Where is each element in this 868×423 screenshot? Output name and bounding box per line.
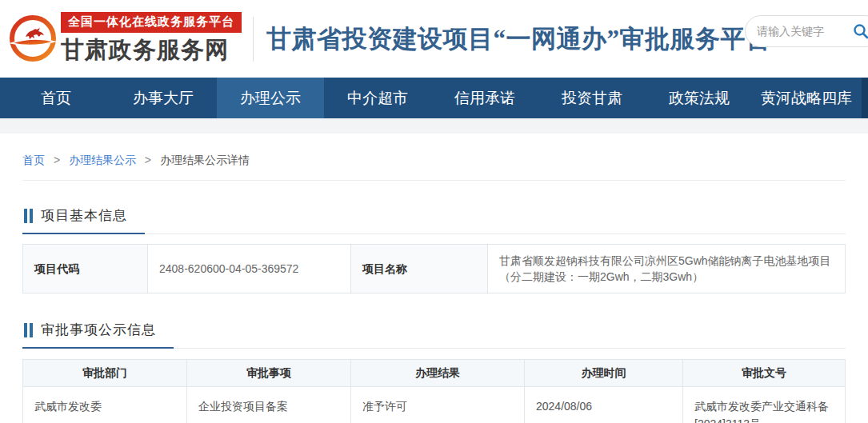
breadcrumb-current: 办理结果公示详情 (160, 154, 250, 166)
project-name-label: 项目名称 (351, 245, 488, 293)
approval-info-table: 审批部门 审批事项 办理结果 办理时间 审批文号 武威市发改委 企业投资项目备案… (22, 359, 846, 423)
nav-item-yellow-river[interactable]: 黄河战略四库 (753, 78, 860, 118)
nav-item-publicity[interactable]: 办理公示 (217, 78, 324, 118)
basic-info-table: 项目代码 2408-620600-04-05-369572 项目名称 甘肃省顺发… (22, 244, 846, 293)
header-divider (253, 17, 254, 62)
nav-item-credit[interactable]: 信用承诺 (431, 78, 538, 118)
cell-approval-doc-number: 武威市发改委产业交通科备[2024]3113号 (683, 387, 846, 423)
platform-title: 甘肃省投资建设项目“一网通办”审批服务平台 (266, 22, 771, 56)
search-box[interactable] (745, 15, 868, 47)
col-handle-time: 办理时间 (525, 360, 683, 387)
section-bars-icon (24, 323, 33, 337)
nav-item-invest-gansu[interactable]: 投资甘肃 (538, 78, 646, 118)
cell-approval-department: 武威市发改委 (23, 387, 187, 423)
section-approval-info-header: 审批事项公示信息 (22, 321, 846, 349)
site-header: 全国一体化在线政务服务平台 甘肃政务服务网 甘肃省投资建设项目“一网通办”审批服… (0, 0, 868, 78)
project-code-value: 2408-620600-04-05-369572 (148, 245, 351, 293)
project-name-value: 甘肃省顺发超钠科技有限公司凉州区5Gwh储能钠离子电池基地项目（分二期建设：一期… (488, 245, 846, 293)
cell-result: 准予许可 (351, 387, 525, 423)
section-basic-info-header: 项目基本信息 (22, 206, 846, 234)
table-header-row: 审批部门 审批事项 办理结果 办理时间 审批文号 (23, 360, 846, 387)
search-input[interactable] (757, 25, 853, 38)
search-icon[interactable] (853, 23, 868, 39)
section-bars-icon (24, 209, 33, 223)
breadcrumb-separator: > (145, 154, 151, 166)
nav-item-policy[interactable]: 政策法规 (646, 78, 753, 118)
breadcrumb: 首页 > 办理结果公示 > 办理结果公示详情 (22, 134, 846, 181)
nav-edge-strip (862, 78, 868, 118)
col-approval-department: 审批部门 (23, 360, 187, 387)
col-approval-item: 审批事项 (187, 360, 351, 387)
main-content: 首页 > 办理结果公示 > 办理结果公示详情 项目基本信息 项目代码 2408-… (0, 134, 868, 423)
breadcrumb-home-link[interactable]: 首页 (22, 154, 45, 166)
nav-item-intermediary[interactable]: 中介超市 (324, 78, 431, 118)
cell-approval-item: 企业投资项目备案 (187, 387, 351, 423)
national-platform-banner: 全国一体化在线政务服务平台 (61, 12, 242, 33)
site-name: 甘肃政务服务网 (61, 34, 242, 66)
table-row: 武威市发改委 企业投资项目备案 准予许可 2024/08/06 武威市发改委产业… (23, 387, 846, 423)
nav-item-home[interactable]: 首页 (2, 78, 110, 118)
table-row: 项目代码 2408-620600-04-05-369572 项目名称 甘肃省顺发… (23, 245, 846, 293)
col-result: 办理结果 (351, 360, 525, 387)
main-nav: 首页 办事大厅 办理公示 中介超市 信用承诺 投资甘肃 政策法规 黄河战略四库 (0, 78, 868, 118)
section-title-approval-info: 审批事项公示信息 (41, 321, 156, 339)
breadcrumb-result-list-link[interactable]: 办理结果公示 (69, 154, 136, 166)
cell-handle-time: 2024/08/06 (525, 387, 683, 423)
page-gap (0, 118, 868, 134)
project-code-label: 项目代码 (23, 245, 148, 293)
gansu-horse-logo-icon (6, 13, 59, 66)
nav-item-service-hall[interactable]: 办事大厅 (110, 78, 217, 118)
breadcrumb-separator: > (54, 154, 60, 166)
site-logo: 全国一体化在线政务服务平台 甘肃政务服务网 (61, 12, 242, 66)
section-title-basic-info: 项目基本信息 (41, 206, 127, 225)
col-approval-doc-number: 审批文号 (683, 360, 846, 387)
